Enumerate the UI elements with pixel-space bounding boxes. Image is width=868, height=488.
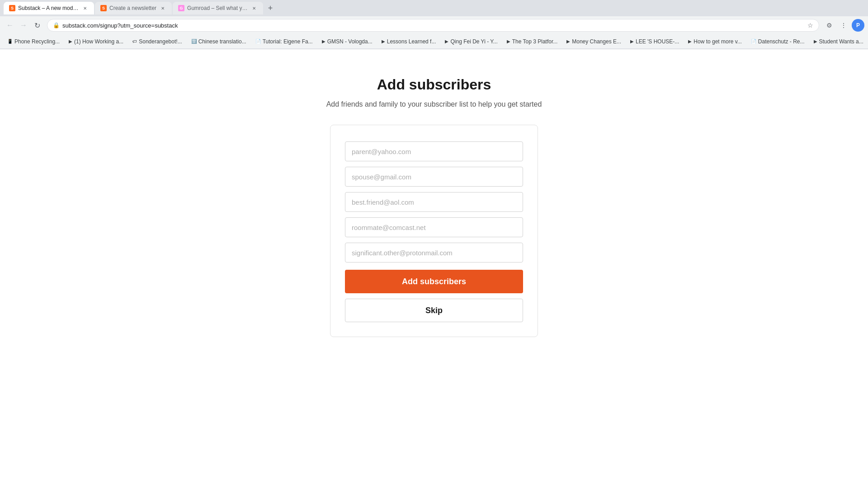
tab-close-gumroad[interactable]: ✕ [250,5,258,12]
bookmark-label-3: Sonderangebot!... [139,38,182,45]
bookmark-label-14: Student Wants a... [819,38,863,45]
bookmark-label-4: Chinese translatio... [198,38,246,45]
form-card: Add subscribers Skip [330,125,538,337]
bookmark-7[interactable]: ▶Lessons Learned f... [378,36,440,47]
page-subtitle: Add friends and family to your subscribe… [326,100,542,108]
bookmark-label-10: Money Changes E... [572,38,621,45]
skip-button[interactable]: Skip [345,299,523,322]
bookmark-label-11: LEE 'S HOUSE-... [636,38,679,45]
email-input-1[interactable] [345,141,523,161]
bookmark-label-12: How to get more v... [693,38,741,45]
bookmark-11[interactable]: ▶LEE 'S HOUSE-... [627,36,683,47]
add-subscribers-button[interactable]: Add subscribers [345,270,523,293]
tab-favicon-substack: S [9,5,15,11]
bookmark-1[interactable]: 📱Phone Recycling... [4,36,63,47]
page-title: Add subscribers [377,76,491,93]
star-icon: ☆ [807,22,813,29]
email-input-3[interactable] [345,192,523,212]
bookmark-label-9: The Top 3 Platfor... [512,38,558,45]
toolbar-icons: ⚙ ⋮ P [823,19,864,32]
tab-label-gumroad: Gumroad – Sell what you kno... [187,5,248,11]
tab-gumroad[interactable]: G Gumroad – Sell what you kno... ✕ [173,2,263,14]
tab-substack[interactable]: S Substack – A new model for p... ✕ [4,2,94,14]
tab-favicon-create: S [100,5,107,11]
new-tab-button[interactable]: + [264,2,277,14]
bookmark-12[interactable]: ▶How to get more v... [684,36,745,47]
tab-create[interactable]: S Create a newsletter ✕ [95,2,172,14]
page-content: Add subscribers Add friends and family t… [0,49,868,488]
bookmark-14[interactable]: ▶Student Wants a... [810,36,867,47]
profile-avatar[interactable]: P [852,19,864,32]
bookmark-5[interactable]: 📄Tutorial: Eigene Fa... [252,36,316,47]
tab-favicon-gumroad: G [178,5,184,11]
address-bar-row: ← → ↻ 🔒 substack.com/signup?utm_source=s… [0,16,868,34]
bookmarks-bar: 📱Phone Recycling... ▶(1) How Working a..… [0,34,868,49]
bookmark-9[interactable]: ▶The Top 3 Platfor... [503,36,561,47]
email-input-5[interactable] [345,243,523,263]
tab-label-substack: Substack – A new model for p... [18,5,79,11]
bookmark-label-6: GMSN - Vologda... [327,38,373,45]
bookmark-label-5: Tutorial: Eigene Fa... [263,38,313,45]
browser-chrome: S Substack – A new model for p... ✕ S Cr… [0,0,868,49]
bookmark-label-13: Datenschutz - Re... [758,38,805,45]
extensions-icon[interactable]: ⚙ [823,19,835,32]
bookmark-label-1: Phone Recycling... [14,38,60,45]
bookmark-6[interactable]: ▶GMSN - Vologda... [318,36,376,47]
menu-icon[interactable]: ⋮ [837,19,850,32]
bookmark-3[interactable]: 🏷Sonderangebot!... [129,36,185,47]
reload-button[interactable]: ↻ [31,19,43,32]
tab-close-substack[interactable]: ✕ [81,5,89,12]
address-bar[interactable]: 🔒 substack.com/signup?utm_source=substac… [47,19,819,32]
tab-close-create[interactable]: ✕ [159,5,166,12]
lock-icon: 🔒 [53,22,60,28]
bookmark-label-8: Qing Fei De Yi - Y... [450,38,497,45]
back-button[interactable]: ← [4,19,16,32]
bookmark-2[interactable]: ▶(1) How Working a... [65,36,127,47]
forward-button[interactable]: → [17,19,30,32]
bookmark-10[interactable]: ▶Money Changes E... [563,36,625,47]
tab-label-create: Create a newsletter [109,5,156,11]
nav-buttons: ← → ↻ [4,19,43,32]
url-text: substack.com/signup?utm_source=substack [62,22,805,29]
email-input-4[interactable] [345,217,523,237]
tab-bar: S Substack – A new model for p... ✕ S Cr… [0,0,868,16]
email-input-2[interactable] [345,167,523,187]
bookmark-label-2: (1) How Working a... [74,38,123,45]
bookmark-4[interactable]: 🈳Chinese translatio... [188,36,250,47]
bookmark-13[interactable]: 📄Datenschutz - Re... [747,36,808,47]
bookmark-8[interactable]: ▶Qing Fei De Yi - Y... [441,36,501,47]
bookmark-label-7: Lessons Learned f... [387,38,436,45]
